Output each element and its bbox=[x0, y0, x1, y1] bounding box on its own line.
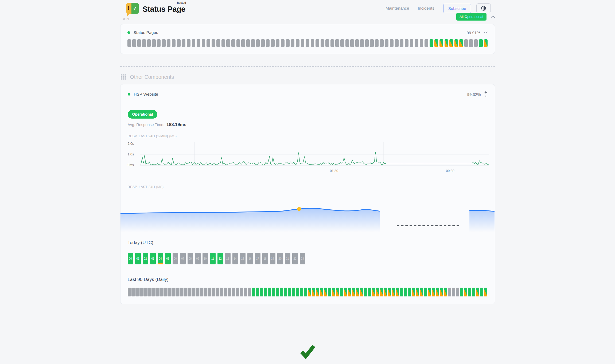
hour-block[interactable]: 05 bbox=[165, 253, 171, 264]
uptime-bar[interactable] bbox=[231, 39, 235, 47]
uptime-bar[interactable] bbox=[375, 39, 379, 47]
uptime-bar[interactable] bbox=[182, 39, 186, 47]
daily-bar[interactable] bbox=[432, 288, 435, 296]
hour-block[interactable]: 00 bbox=[128, 253, 133, 264]
uptime-bar[interactable] bbox=[415, 39, 418, 47]
daily-bar[interactable] bbox=[364, 288, 367, 296]
uptime-bar[interactable] bbox=[137, 39, 141, 47]
daily-bar[interactable] bbox=[412, 288, 415, 296]
daily-bar[interactable] bbox=[232, 288, 235, 296]
uptime-bar[interactable] bbox=[365, 39, 369, 47]
theme-toggle-button[interactable] bbox=[476, 3, 491, 13]
uptime-bar[interactable] bbox=[157, 39, 161, 47]
uptime-bar[interactable] bbox=[390, 39, 394, 47]
overall-status-badge[interactable]: All Operational bbox=[456, 13, 486, 21]
daily-bar[interactable] bbox=[228, 288, 231, 296]
uptime-bar[interactable] bbox=[405, 39, 408, 47]
uptime-bar[interactable] bbox=[306, 39, 309, 47]
uptime-bar[interactable] bbox=[127, 39, 131, 47]
daily-bar[interactable] bbox=[464, 288, 467, 296]
daily-bar[interactable] bbox=[168, 288, 171, 296]
hour-block[interactable]: 15 bbox=[240, 253, 246, 264]
hour-block[interactable]: 16 bbox=[247, 253, 253, 264]
uptime-bar[interactable] bbox=[172, 39, 176, 47]
daily-bar[interactable] bbox=[332, 288, 335, 296]
daily-bar[interactable] bbox=[244, 288, 247, 296]
daily-bar[interactable] bbox=[352, 288, 355, 296]
daily-bar[interactable] bbox=[252, 288, 255, 296]
uptime-bar[interactable] bbox=[246, 39, 250, 47]
daily-bar[interactable] bbox=[284, 288, 287, 296]
uptime-bar[interactable] bbox=[335, 39, 339, 47]
daily-bar[interactable] bbox=[184, 288, 187, 296]
uptime-bar[interactable] bbox=[316, 39, 319, 47]
daily-bar[interactable] bbox=[396, 288, 399, 296]
daily-bar[interactable] bbox=[452, 288, 455, 296]
uptime-bar[interactable] bbox=[286, 39, 290, 47]
uptime-bar[interactable] bbox=[355, 39, 359, 47]
daily-bar[interactable] bbox=[208, 288, 211, 296]
uptime-bar[interactable] bbox=[226, 39, 230, 47]
hour-block[interactable]: 17 bbox=[255, 253, 260, 264]
uptime-bar[interactable] bbox=[469, 39, 473, 47]
uptime-bar[interactable] bbox=[192, 39, 196, 47]
chart-marker-dot[interactable] bbox=[297, 207, 301, 211]
uptime-bar[interactable] bbox=[236, 39, 240, 47]
uptime-bar[interactable] bbox=[385, 39, 389, 47]
subscribe-button[interactable]: Subscribe bbox=[443, 4, 471, 13]
daily-bar[interactable] bbox=[348, 288, 351, 296]
daily-bar[interactable] bbox=[392, 288, 395, 296]
daily-bar[interactable] bbox=[408, 288, 411, 296]
daily-bar[interactable] bbox=[248, 288, 251, 296]
uptime-bar[interactable] bbox=[350, 39, 354, 47]
hour-block[interactable]: 14 bbox=[232, 253, 238, 264]
uptime-bar[interactable] bbox=[147, 39, 151, 47]
daily-bar[interactable] bbox=[428, 288, 431, 296]
uptime-bar[interactable] bbox=[434, 39, 438, 47]
daily-bar[interactable] bbox=[476, 288, 479, 296]
uptime-bar[interactable] bbox=[474, 39, 478, 47]
daily-bar[interactable] bbox=[316, 288, 319, 296]
uptime-bar[interactable] bbox=[439, 39, 443, 47]
daily-bar[interactable] bbox=[128, 288, 131, 296]
uptime-bar[interactable] bbox=[484, 39, 488, 47]
uptime-bar[interactable] bbox=[330, 39, 334, 47]
daily-bar[interactable] bbox=[272, 288, 275, 296]
daily-bar[interactable] bbox=[204, 288, 207, 296]
uptime-bar[interactable] bbox=[445, 39, 448, 47]
daily-bar[interactable] bbox=[420, 288, 423, 296]
uptime-bar[interactable] bbox=[162, 39, 166, 47]
daily-bar[interactable] bbox=[484, 288, 487, 296]
hour-block[interactable]: 12 bbox=[217, 253, 223, 264]
nav-incidents[interactable]: Incidents bbox=[418, 6, 434, 11]
daily-bar[interactable] bbox=[147, 288, 151, 296]
uptime-bar[interactable] bbox=[400, 39, 404, 47]
daily-bar[interactable] bbox=[200, 288, 203, 296]
uptime-bar[interactable] bbox=[360, 39, 364, 47]
daily-bar[interactable] bbox=[312, 288, 315, 296]
hour-block[interactable]: 03 bbox=[150, 253, 156, 264]
daily-bar[interactable] bbox=[344, 288, 347, 296]
uptime-bar[interactable] bbox=[216, 39, 220, 47]
uptime-bar[interactable] bbox=[221, 39, 225, 47]
daily-bar[interactable] bbox=[404, 288, 407, 296]
uptime-bar[interactable] bbox=[459, 39, 463, 47]
daily-bar[interactable] bbox=[236, 288, 239, 296]
daily-bar[interactable] bbox=[368, 288, 371, 296]
hour-block[interactable]: 18 bbox=[262, 253, 268, 264]
hour-block[interactable]: 01 bbox=[135, 253, 141, 264]
daily-bar[interactable] bbox=[288, 288, 291, 296]
daily-bar[interactable] bbox=[192, 288, 195, 296]
hour-block[interactable]: 20 bbox=[277, 253, 283, 264]
daily-bar[interactable] bbox=[472, 288, 475, 296]
daily-bar[interactable] bbox=[444, 288, 447, 296]
collapse-arrow-icon[interactable] bbox=[484, 91, 488, 98]
daily-bar[interactable] bbox=[448, 288, 451, 296]
daily-bar[interactable] bbox=[256, 288, 259, 296]
uptime-bar[interactable] bbox=[266, 39, 270, 47]
daily-bar[interactable] bbox=[159, 288, 163, 296]
daily-bar[interactable] bbox=[240, 288, 243, 296]
daily-bar[interactable] bbox=[388, 288, 391, 296]
hour-block[interactable]: 09 bbox=[195, 253, 201, 264]
uptime-bar[interactable] bbox=[197, 39, 200, 47]
